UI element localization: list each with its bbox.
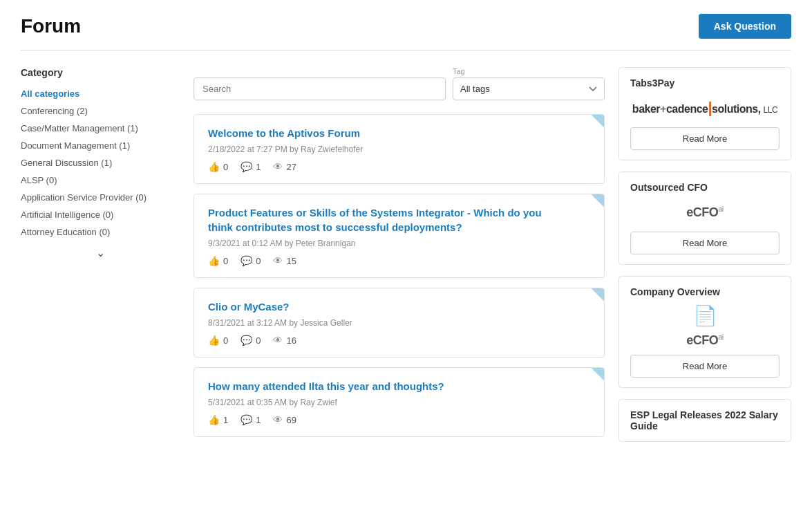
post-meta: 9/3/2021 at 0:12 AM by Peter Brannigan [208,239,590,248]
comment-stat: 💬 1 [240,414,261,425]
post-status-badge: OPEN [567,194,605,212]
post-card: OPEN Welcome to the Aptivos Forum 2/18/2… [193,114,605,184]
center-content: Tag All tags OPEN Welcome to the Aptivos… [193,67,605,447]
ad-tabs3pay: Tabs3Pay baker+cadence|solutions, LLC Re… [619,67,791,160]
comment-icon: 💬 [240,255,252,266]
sidebar: Category All categoriesConferencing (2)C… [21,67,180,259]
comment-count: 1 [256,162,261,172]
view-icon: 👁 [273,335,283,346]
view-icon: 👁 [273,255,283,266]
sidebar-item[interactable]: General Discussion (1) [21,154,180,171]
comment-stat: 💬 0 [240,335,261,346]
post-meta: 5/31/2021 at 0:35 AM by Ray Zwief [208,398,590,407]
sidebar-item[interactable]: Conferencing (2) [21,102,180,120]
ad-tabs3pay-title: Tabs3Pay [630,77,780,89]
post-meta: 8/31/2021 at 3:12 AM by Jessica Geller [208,318,590,328]
search-bar: Tag All tags [193,67,605,100]
vote-stat: 👍 0 [208,255,228,266]
comment-count: 1 [256,415,261,425]
post-card: OPEN How many attended Ilta this year an… [193,367,605,437]
read-more-outsourced-cfo-button[interactable]: Read More [630,232,780,254]
sidebar-item[interactable]: Attorney Education (0) [21,223,180,241]
ad-company-overview-title: Company Overview [630,286,780,297]
post-status-badge: OPEN [567,114,605,132]
read-more-tabs3pay-button[interactable]: Read More [630,127,780,150]
view-count: 16 [286,335,296,346]
posts-list: OPEN Welcome to the Aptivos Forum 2/18/2… [193,114,605,437]
vote-stat: 👍 1 [208,414,228,425]
read-more-company-overview-button[interactable]: Read More [630,355,780,378]
ad-esp-legal-title: ESP Legal Releases 2022 Salary Guide [630,409,780,431]
comment-stat: 💬 1 [240,161,261,172]
vote-stat: 👍 0 [208,161,228,172]
page-title: Forum [21,15,81,37]
comment-icon: 💬 [240,414,252,425]
right-sidebar: Tabs3Pay baker+cadence|solutions, LLC Re… [619,67,791,442]
ad-outsourced-cfo-title: Outsourced CFO [630,182,780,193]
comment-stat: 💬 0 [240,255,261,266]
post-card: OPEN Product Features or Skills of the S… [193,194,605,278]
post-status-badge: OPEN [567,288,605,306]
vote-count: 0 [223,256,228,266]
post-title[interactable]: Welcome to the Aptivos Forum [208,126,360,140]
vote-icon: 👍 [208,161,220,172]
view-count: 27 [286,162,296,172]
post-stats: 👍 1 💬 1 👁 69 [208,414,590,425]
baker-cadence-logo: baker+cadence|solutions, LLC [630,95,780,120]
comment-icon: 💬 [240,335,252,346]
tag-label: Tag [453,67,605,75]
post-title[interactable]: Clio or MyCase? [208,299,290,314]
tag-wrapper: Tag All tags [453,67,605,100]
post-status-badge: OPEN [567,367,605,385]
ad-company-overview: Company Overview 📄 eCFOai Read More [619,276,791,388]
sidebar-category-label: Category [21,67,180,78]
post-meta: 2/18/2022 at 7:27 PM by Ray Zwiefelhofer [208,145,590,154]
vote-count: 0 [223,162,228,172]
sidebar-item[interactable]: ALSP (0) [21,171,180,189]
sidebar-item[interactable]: Case/Matter Management (1) [21,120,180,137]
post-stats: 👍 0 💬 0 👁 16 [208,335,590,346]
view-stat: 👁 27 [273,161,296,172]
sidebar-items: All categoriesConferencing (2)Case/Matte… [21,85,180,241]
view-icon: 👁 [273,161,283,172]
comment-count: 0 [256,335,261,346]
vote-count: 1 [223,415,228,425]
ad-esp-legal: ESP Legal Releases 2022 Salary Guide [619,399,791,442]
sidebar-expand-icon[interactable]: ⌄ [21,246,180,259]
post-stats: 👍 0 💬 0 👁 15 [208,255,590,266]
post-title[interactable]: Product Features or Skills of the System… [208,205,552,234]
vote-icon: 👍 [208,414,220,425]
view-count: 69 [286,415,296,425]
view-count: 15 [286,256,296,266]
post-stats: 👍 0 💬 1 👁 27 [208,161,590,172]
ecfo-logo-1: eCFOai [630,200,780,225]
vote-icon: 👍 [208,255,220,266]
view-stat: 👁 69 [273,414,296,425]
view-stat: 👁 15 [273,255,296,266]
company-overview-logo: 📄 eCFOai [630,304,780,348]
ask-question-button[interactable]: Ask Question [699,14,791,39]
sidebar-item[interactable]: Application Service Provider (0) [21,189,180,206]
view-stat: 👁 16 [273,335,296,346]
main-layout: Category All categoriesConferencing (2)C… [21,67,791,447]
post-card: OPEN Clio or MyCase? 8/31/2021 at 3:12 A… [193,288,605,358]
vote-icon: 👍 [208,335,220,346]
comment-icon: 💬 [240,161,252,172]
comment-count: 0 [256,256,261,266]
sidebar-item[interactable]: Document Management (1) [21,137,180,154]
tag-select[interactable]: All tags [453,77,605,100]
page-header: Forum Ask Question [21,14,791,50]
view-icon: 👁 [273,414,283,425]
vote-count: 0 [223,335,228,346]
sidebar-item[interactable]: Artificial Intelligence (0) [21,206,180,223]
vote-stat: 👍 0 [208,335,228,346]
post-title[interactable]: How many attended Ilta this year and tho… [208,379,444,393]
ad-outsourced-cfo: Outsourced CFO eCFOai Read More [619,171,791,265]
search-wrapper [193,77,446,100]
sidebar-item[interactable]: All categories [21,85,180,102]
document-icon: 📄 [693,304,717,327]
search-input[interactable] [193,77,446,100]
